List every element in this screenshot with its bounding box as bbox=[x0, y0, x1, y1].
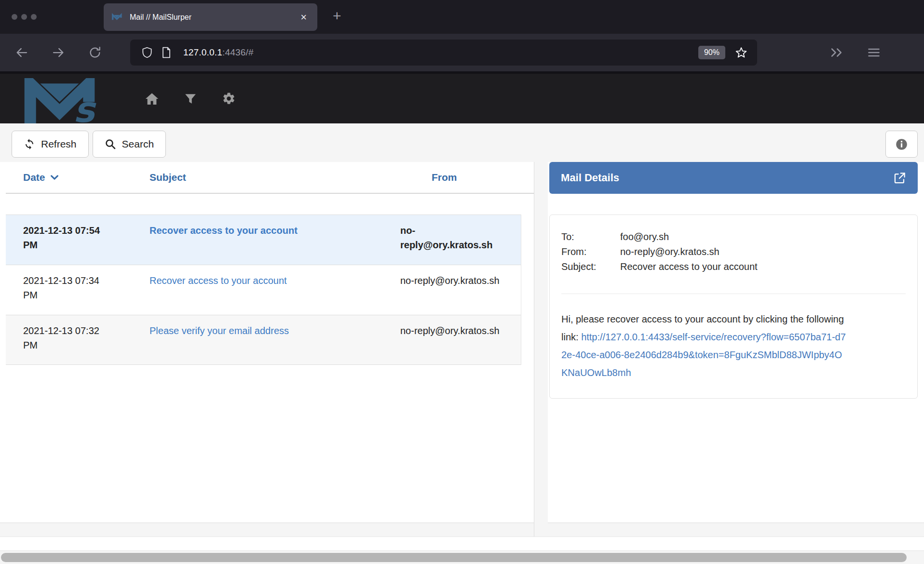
search-label: Search bbox=[122, 138, 154, 150]
forward-arrow-icon bbox=[51, 45, 66, 60]
url-text: 127.0.0.1:4436/# bbox=[183, 47, 254, 58]
mail-row[interactable]: 2021-12-13 07:54 PM Recover access to yo… bbox=[6, 215, 521, 265]
filter-icon[interactable] bbox=[184, 93, 197, 105]
window-controls[interactable] bbox=[12, 14, 37, 20]
home-icon[interactable] bbox=[145, 92, 159, 106]
mail-details-title: Mail Details bbox=[561, 172, 619, 184]
mail-subject: Please verify your email address bbox=[149, 323, 400, 356]
mailslurper-logo: s bbox=[16, 78, 115, 124]
browser-nav-bar: 127.0.0.1:4436/# 90% bbox=[0, 34, 924, 71]
field-subject: Subject: Recover access to your account bbox=[561, 259, 906, 274]
mail-date: 2021-12-13 07:54 PM bbox=[23, 223, 149, 256]
url-bar[interactable]: 127.0.0.1:4436/# 90% bbox=[130, 40, 757, 66]
mail-details-header: Mail Details bbox=[549, 162, 918, 194]
svg-text:s: s bbox=[73, 89, 96, 124]
forward-button[interactable] bbox=[50, 44, 67, 61]
bottom-strip bbox=[0, 537, 924, 551]
field-subject-label: Subject: bbox=[561, 259, 620, 274]
new-tab-button[interactable]: + bbox=[333, 9, 341, 23]
refresh-label: Refresh bbox=[41, 138, 77, 150]
info-icon bbox=[895, 138, 908, 151]
page-info-icon[interactable] bbox=[160, 46, 173, 59]
browser-window: Mail // MailSlurper × + 127.0.0.1:4436/#… bbox=[0, 0, 924, 564]
mail-subject-link[interactable]: Recover access to your account bbox=[149, 225, 298, 236]
main-content: Date Subject From 2021-12-13 07:54 PM Re… bbox=[0, 162, 924, 537]
mail-rows: 2021-12-13 07:54 PM Recover access to yo… bbox=[6, 215, 521, 365]
hamburger-menu-icon[interactable] bbox=[867, 46, 881, 59]
column-header-date[interactable]: Date bbox=[23, 172, 149, 183]
back-arrow-icon bbox=[14, 45, 29, 60]
field-to: To: foo@ory.sh bbox=[561, 229, 906, 244]
mail-subject: Recover access to your account bbox=[149, 223, 400, 256]
field-to-value: foo@ory.sh bbox=[620, 229, 669, 244]
mail-date: 2021-12-13 07:34 PM bbox=[23, 273, 149, 307]
recovery-link[interactable]: http://127.0.0.1:4433/self-service/recov… bbox=[561, 332, 846, 378]
mail-body: Hi, please recover access to your accoun… bbox=[561, 310, 848, 382]
column-header-subject[interactable]: Subject bbox=[149, 172, 400, 183]
mail-subject: Recover access to your account bbox=[149, 273, 400, 307]
mail-subject-link[interactable]: Please verify your email address bbox=[149, 325, 289, 336]
mailslurper-header: s bbox=[0, 71, 924, 123]
mail-row[interactable]: 2021-12-13 07:32 PM Please verify your e… bbox=[6, 315, 521, 365]
refresh-icon bbox=[24, 138, 35, 150]
info-button[interactable] bbox=[885, 131, 918, 158]
search-icon bbox=[105, 138, 116, 150]
back-button[interactable] bbox=[14, 44, 30, 61]
browser-tab-bar: Mail // MailSlurper × + bbox=[0, 0, 924, 34]
details-divider bbox=[561, 294, 906, 294]
mail-row[interactable]: 2021-12-13 07:34 PM Recover access to yo… bbox=[6, 265, 521, 315]
refresh-button[interactable]: Refresh bbox=[12, 131, 89, 158]
tab-close-button[interactable]: × bbox=[298, 11, 310, 24]
sort-descending-caret-icon bbox=[49, 172, 60, 183]
scrollbar-thumb[interactable] bbox=[1, 553, 907, 562]
tab-title: Mail // MailSlurper bbox=[130, 13, 191, 22]
mail-from: no-reply@ory.kratos.sh bbox=[400, 323, 521, 356]
field-from: From: no-reply@ory.kratos.sh bbox=[561, 244, 906, 259]
column-header-from[interactable]: From bbox=[400, 172, 534, 183]
field-to-label: To: bbox=[561, 229, 620, 244]
action-toolbar: Refresh Search bbox=[0, 123, 924, 162]
mail-date: 2021-12-13 07:32 PM bbox=[23, 323, 149, 356]
settings-gear-icon[interactable] bbox=[222, 92, 236, 106]
bookmark-star-icon[interactable] bbox=[735, 46, 747, 59]
search-button[interactable]: Search bbox=[93, 131, 166, 158]
window-minimize-dot[interactable] bbox=[21, 14, 27, 20]
field-from-value: no-reply@ory.kratos.sh bbox=[620, 244, 720, 259]
mailslurper-favicon-icon bbox=[111, 13, 124, 22]
open-in-new-window-icon[interactable] bbox=[893, 172, 906, 185]
horizontal-scrollbar[interactable] bbox=[0, 551, 924, 564]
mail-from: no-reply@ory.kratos.sh bbox=[400, 273, 521, 307]
zoom-level-badge[interactable]: 90% bbox=[698, 46, 725, 59]
tracking-protection-shield-icon[interactable] bbox=[141, 46, 153, 59]
mail-from: no-reply@ory.kratos.sh bbox=[400, 223, 521, 256]
window-close-dot[interactable] bbox=[12, 14, 17, 20]
window-maximize-dot[interactable] bbox=[31, 14, 37, 20]
reload-icon bbox=[88, 45, 102, 60]
mail-subject-link[interactable]: Recover access to your account bbox=[149, 275, 287, 286]
mail-list-pane: Date Subject From 2021-12-13 07:54 PM Re… bbox=[0, 162, 534, 537]
field-subject-value: Recover access to your account bbox=[620, 259, 758, 274]
overflow-chevrons-icon[interactable] bbox=[829, 45, 844, 60]
reload-button[interactable] bbox=[87, 44, 103, 61]
mail-details-card: To: foo@ory.sh From: no-reply@ory.kratos… bbox=[549, 215, 918, 399]
field-from-label: From: bbox=[561, 244, 620, 259]
mail-details-pane: Mail Details To: foo@ory.sh From: no-rep… bbox=[548, 162, 924, 537]
mail-list-column-headers: Date Subject From bbox=[6, 162, 534, 194]
browser-tab[interactable]: Mail // MailSlurper × bbox=[104, 3, 317, 31]
